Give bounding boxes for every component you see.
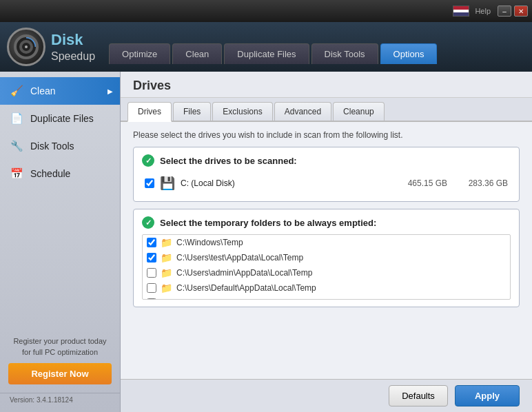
drive-size-free: 283.36 GB <box>453 178 508 188</box>
sidebar-item-duplicate-files[interactable]: 📄Duplicate Files <box>0 105 120 132</box>
content-body: Please select the drives you wish to inc… <box>121 122 532 379</box>
folders-section-title: ✓ Select the temporary folders to be alw… <box>142 216 511 229</box>
sidebar-icon: 📅 <box>10 167 23 181</box>
close-button[interactable]: ✕ <box>514 6 528 17</box>
folder-icon: 📁 <box>161 267 172 278</box>
folder-list: 📁C:\Windows\Temp📁C:\Users\test\AppData\L… <box>142 234 511 300</box>
instruction-text: Please select the drives you wish to inc… <box>133 130 520 140</box>
drive-name: C: (Local Disk) <box>181 178 387 188</box>
sidebar: 🧹Clean▶📄Duplicate Files🔧Disk Tools📅Sched… <box>0 72 121 412</box>
logo-icon <box>7 28 45 66</box>
nav-tab-disk-tools[interactable]: Disk Tools <box>311 43 378 64</box>
sidebar-item-label: Clean <box>30 85 56 96</box>
title-bar: Help – ✕ <box>0 0 532 22</box>
sidebar-icon: 📄 <box>10 112 23 125</box>
register-section: Register your product today for full PC … <box>0 328 120 393</box>
help-label: Help <box>475 7 491 15</box>
logo-disk: Disk <box>51 31 95 49</box>
register-text: Register your product today for full PC … <box>8 336 112 358</box>
inner-tab-drives[interactable]: Drives <box>127 102 172 122</box>
drive-checkbox[interactable] <box>145 178 154 188</box>
list-item: 📁C:\Users\Default\AppData\Local\Temp <box>143 280 510 296</box>
inner-tab-exclusions[interactable]: Exclusions <box>212 102 272 121</box>
sidebar-icon: 🧹 <box>10 84 23 98</box>
folder-icon: 📁 <box>161 237 172 248</box>
list-item: 📁C:\Windows\Temp <box>143 235 510 250</box>
sidebar-icon: 🔧 <box>10 139 23 153</box>
chevron-right-icon: ▶ <box>108 87 113 95</box>
folders-status-icon: ✓ <box>142 216 154 229</box>
inner-tab-advanced[interactable]: Advanced <box>274 102 331 121</box>
page-title: Drives <box>121 72 532 98</box>
sidebar-item-disk-tools[interactable]: 🔧Disk Tools <box>0 132 120 160</box>
apply-button[interactable]: Apply <box>455 385 520 406</box>
folder-checkbox[interactable] <box>147 283 156 293</box>
folder-checkbox[interactable] <box>147 298 156 300</box>
version-label: Version: 3.4.1.18124 <box>0 393 120 406</box>
folders-section: ✓ Select the temporary folders to be alw… <box>133 209 520 307</box>
minimize-button[interactable]: – <box>498 6 511 17</box>
drives-list: 💾C: (Local Disk)465.15 GB283.36 GB <box>142 172 511 194</box>
svg-point-0 <box>15 36 37 58</box>
defaults-button[interactable]: Defaults <box>389 385 448 406</box>
folder-path: C:\Users\Default\AppData\Local\Temp <box>176 283 316 293</box>
nav-tabs: OptimizeCleanDuplicate FilesDisk ToolsOp… <box>109 30 525 64</box>
nav-tab-clean[interactable]: Clean <box>172 43 222 64</box>
svg-point-2 <box>25 45 28 48</box>
folder-checkbox[interactable] <box>147 253 156 262</box>
drive-folder-icon: 💾 <box>160 176 175 191</box>
folder-icon: 📁 <box>161 282 172 293</box>
folder-checkbox[interactable] <box>147 268 156 278</box>
drives-section: ✓ Select the drives to be scanned: 💾C: (… <box>133 147 520 202</box>
flag-icon <box>453 6 469 17</box>
app-logo: Disk Speedup <box>7 28 95 66</box>
nav-tab-duplicate-files[interactable]: Duplicate Files <box>224 43 309 64</box>
inner-tabs: DrivesFilesExclusionsAdvancedCleanup <box>121 98 532 122</box>
sidebar-item-label: Duplicate Files <box>30 113 94 124</box>
folder-path: C:\Users\test\AppData\Local\Temp <box>176 253 303 262</box>
folder-icon: 📁 <box>161 252 172 263</box>
inner-tab-cleanup[interactable]: Cleanup <box>333 102 385 121</box>
inner-tab-files[interactable]: Files <box>173 102 211 121</box>
list-item: 📁C:\Users\Default User\AppData\Local\Tem… <box>143 296 510 300</box>
folder-path: C:\Users\Default User\AppData\Local\Temp <box>176 298 336 300</box>
sidebar-item-label: Schedule <box>30 168 70 179</box>
app-header: Disk Speedup OptimizeCleanDuplicate File… <box>0 22 532 72</box>
nav-tab-options[interactable]: Options <box>380 43 438 64</box>
main-layout: 🧹Clean▶📄Duplicate Files🔧Disk Tools📅Sched… <box>0 72 532 412</box>
folder-path: C:\Users\admin\AppData\Local\Temp <box>176 268 312 278</box>
list-item: 📁C:\Users\admin\AppData\Local\Temp <box>143 265 510 280</box>
list-item: 📁C:\Users\test\AppData\Local\Temp <box>143 250 510 265</box>
drive-size-total: 465.15 GB <box>392 178 447 188</box>
folder-path: C:\Windows\Temp <box>176 238 243 247</box>
content-area: Drives DrivesFilesExclusionsAdvancedClea… <box>121 72 532 412</box>
register-now-button[interactable]: Register Now <box>8 363 112 384</box>
drives-section-title: ✓ Select the drives to be scanned: <box>142 154 511 167</box>
sidebar-item-schedule[interactable]: 📅Schedule <box>0 160 120 187</box>
drive-row: 💾C: (Local Disk)465.15 GB283.36 GB <box>142 172 511 194</box>
logo-text: Disk Speedup <box>51 31 95 63</box>
content-footer: Defaults Apply <box>121 379 532 412</box>
svg-point-1 <box>21 41 32 52</box>
nav-tab-optimize[interactable]: Optimize <box>109 43 170 64</box>
sidebar-item-label: Disk Tools <box>30 141 74 152</box>
logo-speedup: Speedup <box>51 50 95 63</box>
sidebar-item-clean[interactable]: 🧹Clean▶ <box>0 77 120 105</box>
folder-icon: 📁 <box>161 298 172 300</box>
drives-status-icon: ✓ <box>142 154 154 167</box>
folder-checkbox[interactable] <box>147 238 156 247</box>
